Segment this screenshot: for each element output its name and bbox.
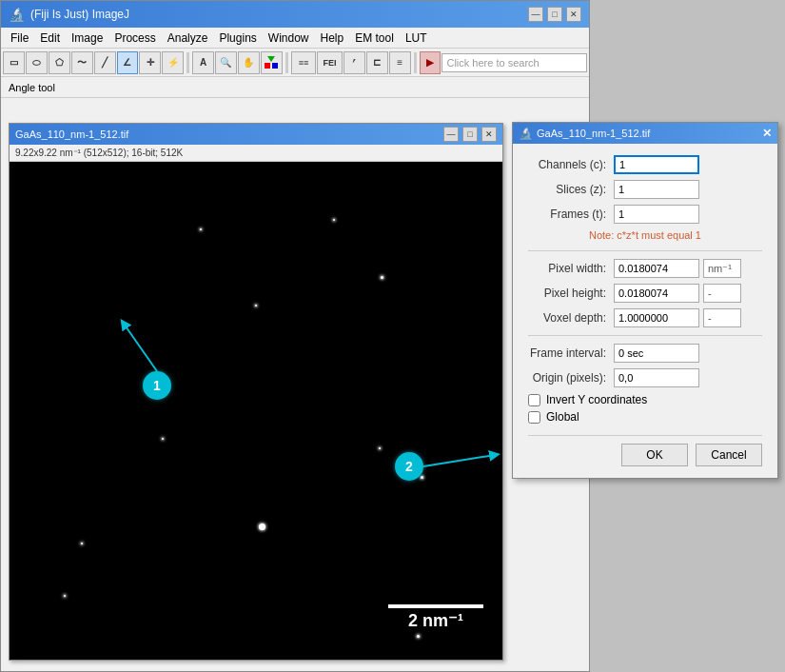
image-maximize[interactable]: □ <box>462 127 478 142</box>
dialog-icon: 🔬 <box>519 127 533 140</box>
menu-window[interactable]: Window <box>263 30 315 47</box>
close-button[interactable]: ✕ <box>566 7 581 22</box>
channels-label: Channels (c): <box>528 158 614 171</box>
dialog-body: Channels (c): Slices (z): Frames (t): No… <box>513 144 777 478</box>
star-1 <box>381 276 383 279</box>
star-8 <box>162 438 164 440</box>
stamp-tool[interactable]: ⎖ <box>343 51 365 74</box>
line-tool[interactable]: ╱ <box>94 51 116 74</box>
frames-input[interactable] <box>614 205 699 224</box>
menu-plugins[interactable]: Plugins <box>213 30 262 47</box>
wand-tool[interactable]: ⚡ <box>162 51 184 74</box>
scale-bar-label: 2 nm⁻¹ <box>388 610 483 631</box>
main-title: (Fiji Is Just) ImageJ <box>30 8 528 21</box>
voxel-depth-row: Voxel depth: - <box>528 308 762 327</box>
dialog-close-button[interactable]: ✕ <box>762 127 772 140</box>
frame-interval-input[interactable] <box>614 344 699 363</box>
cancel-button[interactable]: Cancel <box>696 444 762 466</box>
menu-process[interactable]: Process <box>108 30 161 47</box>
note-text: Note: c*z*t must equal 1 <box>528 229 762 241</box>
dialog-buttons: OK Cancel <box>528 435 762 466</box>
toolbar-separator-2 <box>285 52 288 73</box>
image-close[interactable]: ✕ <box>481 127 497 142</box>
star-2 <box>255 305 257 306</box>
minimize-button[interactable]: — <box>528 7 543 22</box>
point-tool[interactable]: ✛ <box>139 51 161 74</box>
menu-file[interactable]: File <box>5 30 34 47</box>
star-9 <box>417 635 420 638</box>
maximize-button[interactable]: □ <box>547 7 562 22</box>
star-7 <box>421 476 423 479</box>
pixel-height-unit: - <box>703 284 741 303</box>
menu-analyze[interactable]: Analyze <box>162 30 214 47</box>
pixel-height-row: Pixel height: - <box>528 284 762 303</box>
image-minimize[interactable]: — <box>443 127 459 142</box>
pixel-height-label: Pixel height: <box>528 287 614 300</box>
text-tool[interactable]: A <box>192 51 214 74</box>
channels-row: Channels (c): <box>528 155 762 174</box>
image-title: GaAs_110_nm-1_512.tif <box>15 128 443 140</box>
pixel-width-input[interactable] <box>614 259 699 278</box>
hand-tool[interactable]: ✋ <box>238 51 260 74</box>
voxel-depth-input[interactable] <box>614 308 699 327</box>
invert-y-label: Invert Y coordinates <box>546 393 647 406</box>
label-1-text: 1 <box>153 378 161 393</box>
menu-em-tool[interactable]: EM tool <box>349 30 400 47</box>
label-2-text: 2 <box>405 459 413 474</box>
label-2: 2 <box>395 452 423 481</box>
image-info: 9.22x9.22 nm⁻¹ (512x512); 16-bit; 512K <box>10 145 502 162</box>
arrow-1-svg <box>10 162 502 660</box>
window-controls: — □ ✕ <box>528 7 581 22</box>
voxel-depth-unit: - <box>703 308 741 327</box>
oval-tool[interactable]: ⬭ <box>26 51 48 74</box>
global-checkbox[interactable] <box>528 411 540 424</box>
star-4 <box>259 524 265 530</box>
label-1: 1 <box>143 371 171 400</box>
stack-tool[interactable]: ≡≡ <box>291 51 317 74</box>
menu-edit[interactable]: Edit <box>34 30 66 47</box>
svg-rect-0 <box>265 63 270 69</box>
ok-button[interactable]: OK <box>621 444 688 466</box>
status-text: Angle tool <box>9 82 55 93</box>
image-canvas[interactable]: 1 2 <box>10 162 502 660</box>
toolbar-separator-1 <box>186 52 189 73</box>
polygon-tool[interactable]: ⬠ <box>49 51 70 74</box>
svg-line-2 <box>124 324 157 371</box>
slices-input[interactable] <box>614 180 699 199</box>
main-title-bar: 🔬 (Fiji Is Just) ImageJ — □ ✕ <box>1 1 589 28</box>
channels-input[interactable] <box>614 155 699 174</box>
fei-tool[interactable]: FEI <box>317 51 343 74</box>
origin-input[interactable] <box>614 368 699 387</box>
menu-help[interactable]: Help <box>315 30 350 47</box>
slices-label: Slices (z): <box>528 183 614 196</box>
status-bar: Angle tool <box>1 77 589 98</box>
menu-lut[interactable]: LUT <box>400 30 433 47</box>
pixel-height-input[interactable] <box>614 284 699 303</box>
color-picker-tool[interactable] <box>261 51 283 74</box>
menu-bar: File Edit Image Process Analyze Plugins … <box>1 28 589 49</box>
search-box[interactable]: Click here to search <box>442 53 587 72</box>
dialog-title: GaAs_110_nm-1_512.tif <box>537 128 762 139</box>
star-6 <box>379 447 381 449</box>
scale-bar: 2 nm⁻¹ <box>388 601 483 631</box>
custom-tool[interactable]: ≡ <box>389 51 411 74</box>
ruler-tool[interactable]: ⊏ <box>366 51 388 74</box>
star-13 <box>333 219 335 221</box>
rectangle-tool[interactable]: ▭ <box>3 51 25 74</box>
invert-y-checkbox[interactable] <box>528 394 540 406</box>
freehand-tool[interactable]: 〜 <box>71 51 93 74</box>
main-window: 🔬 (Fiji Is Just) ImageJ — □ ✕ File Edit … <box>0 0 590 672</box>
menu-image[interactable]: Image <box>66 30 108 47</box>
svg-line-3 <box>423 455 495 466</box>
star-5 <box>64 595 66 597</box>
arrow-2-svg <box>10 162 502 660</box>
run-button[interactable]: ▶ <box>420 51 442 74</box>
origin-label: Origin (pixels): <box>528 371 614 385</box>
slices-row: Slices (z): <box>528 180 762 199</box>
toolbar-separator-3 <box>414 52 417 73</box>
star-12 <box>200 228 202 230</box>
pixel-width-label: Pixel width: <box>528 262 614 275</box>
angle-tool[interactable]: ∠ <box>117 51 139 74</box>
origin-row: Origin (pixels): <box>528 368 762 387</box>
magnifier-tool[interactable]: 🔍 <box>215 51 237 74</box>
